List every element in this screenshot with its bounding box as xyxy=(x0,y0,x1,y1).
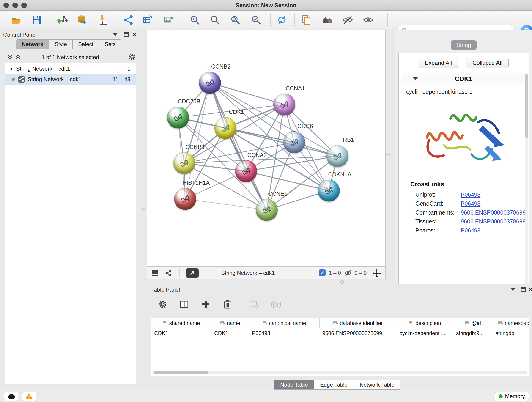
zoom-out-icon[interactable] xyxy=(209,13,221,26)
network-node-ccne1[interactable] xyxy=(256,199,278,221)
float-panel-icon[interactable] xyxy=(123,32,129,38)
save-session-icon[interactable] xyxy=(30,13,43,26)
results-scrollbar[interactable] xyxy=(525,74,528,300)
tab-network[interactable]: Network xyxy=(16,39,49,49)
network-node-cdkn1a[interactable] xyxy=(318,180,340,202)
selected-checkbox-icon[interactable] xyxy=(319,269,326,276)
table-header-row: shared namenamecanonical namedatabase id… xyxy=(152,318,529,328)
table-body: CDK1CDK1P064939606.ENSP00000378699cyclin… xyxy=(152,328,529,338)
table-cell[interactable]: cyclin-dependent ... xyxy=(397,328,453,338)
network-node-cdc6[interactable] xyxy=(283,131,305,153)
right-splitter-handle[interactable] xyxy=(386,153,390,156)
table-cell[interactable]: stringdb xyxy=(493,328,529,338)
warning-status-button[interactable] xyxy=(22,392,36,401)
import-network-file-icon[interactable] xyxy=(56,13,69,26)
hide-eye-icon[interactable] xyxy=(341,13,354,26)
crosslink-pharos-link[interactable]: P06493 xyxy=(461,227,481,234)
network-node-rb1[interactable] xyxy=(326,145,348,167)
tab-select[interactable]: Select xyxy=(73,39,99,49)
column-header--id[interactable]: @id xyxy=(453,318,493,328)
table-settings-gear-icon[interactable] xyxy=(156,298,169,311)
expand-all-button[interactable]: Expand All xyxy=(418,57,458,68)
network-collection-row[interactable]: ▼ String Network – cdk1 1 xyxy=(5,64,136,74)
left-splitter-handle[interactable] xyxy=(142,208,145,211)
protein-thumbnail-icon xyxy=(217,121,234,135)
refresh-icon[interactable] xyxy=(275,13,288,26)
pan-crosshair-icon[interactable] xyxy=(372,269,381,278)
collapse-all-button[interactable]: Collapse All xyxy=(466,57,509,68)
column-header-name[interactable]: name xyxy=(211,318,249,328)
collapse-table-icon[interactable] xyxy=(510,287,516,293)
close-panel-icon[interactable] xyxy=(132,32,138,38)
share-network-icon[interactable] xyxy=(122,13,135,26)
table-cell[interactable]: 9606.ENSP00000378699 xyxy=(320,328,397,338)
home-icon[interactable] xyxy=(321,13,334,26)
table-cell[interactable]: CDK1 xyxy=(152,328,211,338)
show-columns-icon[interactable] xyxy=(178,298,191,311)
float-table-icon[interactable] xyxy=(520,287,526,293)
add-column-icon[interactable] xyxy=(199,298,212,311)
import-table-icon[interactable] xyxy=(97,13,110,26)
network-list-icon[interactable] xyxy=(165,269,172,277)
show-eye-icon[interactable] xyxy=(362,13,375,26)
collapse-panel-icon[interactable] xyxy=(112,32,118,38)
cloud-status-button[interactable] xyxy=(4,392,18,401)
network-node-ccnb1[interactable] xyxy=(173,152,195,174)
network-node-ccna1[interactable] xyxy=(273,94,295,115)
column-sort-icon xyxy=(498,321,503,325)
crosslink-compartments-link[interactable]: 9606.ENSP00000378699 xyxy=(461,209,526,216)
tab-string[interactable]: String xyxy=(451,40,476,50)
network-canvas[interactable]: CCNB2CCNA1CDC25BCDK1CDC6RB1CCNB1CCNA2CDK… xyxy=(147,30,386,267)
selected-counts: 1 – 0 xyxy=(329,270,341,276)
copy-document-icon[interactable] xyxy=(300,13,313,26)
import-network-database-icon[interactable] xyxy=(76,13,89,26)
status-bar: Memory xyxy=(0,390,532,402)
table-cell[interactable]: P06493 xyxy=(249,328,320,338)
export-image-icon[interactable] xyxy=(162,13,175,26)
tab-network-table[interactable]: Network Table xyxy=(354,380,401,390)
network-node-ccna2[interactable] xyxy=(235,160,257,182)
cdk1-section-header[interactable]: CDK1 xyxy=(401,73,526,85)
column-header-namespace[interactable]: namespace xyxy=(493,318,529,328)
protein-thumbnail-icon xyxy=(170,110,186,125)
table-row[interactable]: CDK1CDK1P064939606.ENSP00000378699cyclin… xyxy=(152,328,529,338)
table-horizontal-scrollbar[interactable] xyxy=(153,370,527,374)
column-header-canonical-name[interactable]: canonical name xyxy=(249,318,320,328)
section-collapse-icon[interactable] xyxy=(413,77,418,80)
gear-icon[interactable] xyxy=(128,53,136,61)
table-cell[interactable]: stringdb:9... xyxy=(453,328,493,338)
network-table-icon[interactable] xyxy=(142,13,154,26)
grid-view-icon[interactable] xyxy=(152,269,159,277)
zoom-in-icon[interactable] xyxy=(188,13,201,26)
network-row[interactable]: String Network – cdk1 11 48 xyxy=(5,74,136,85)
bottom-splitter-handle[interactable] xyxy=(340,280,344,283)
network-node-label: CCNB1 xyxy=(186,144,205,150)
birdseye-button[interactable] xyxy=(186,268,199,278)
tree-expand-icon[interactable]: ▼ xyxy=(5,66,16,71)
crosslink-genecard-link[interactable]: P06493 xyxy=(461,200,481,207)
zoom-selected-icon[interactable] xyxy=(250,13,263,26)
control-panel: Control Panel Network Style Select Sets … xyxy=(0,29,141,387)
tab-sets[interactable]: Sets xyxy=(99,39,121,49)
column-header-database-identifier[interactable]: database identifier xyxy=(320,318,397,328)
crosslink-uniprot-link[interactable]: P06493 xyxy=(461,191,481,198)
network-node-label: CDC6 xyxy=(298,123,313,129)
column-header-description[interactable]: description xyxy=(397,318,453,328)
crosslink-tissues-link[interactable]: 9606.ENSP00000378699 xyxy=(461,218,526,225)
hidden-eye-icon[interactable] xyxy=(344,269,352,276)
network-node-cdc25b[interactable] xyxy=(167,107,189,128)
tab-node-table[interactable]: Node Table xyxy=(274,380,314,390)
close-table-icon[interactable] xyxy=(528,287,532,293)
open-session-icon[interactable] xyxy=(10,13,22,26)
table-cell[interactable]: CDK1 xyxy=(211,328,249,338)
delete-column-trash-icon[interactable] xyxy=(221,298,234,311)
tab-edge-table[interactable]: Edge Table xyxy=(314,380,354,390)
network-node-hist1h1a[interactable] xyxy=(174,188,196,210)
zoom-fit-icon[interactable] xyxy=(229,13,242,26)
memory-button[interactable]: Memory xyxy=(495,392,529,401)
column-header-shared-name[interactable]: shared name xyxy=(152,318,211,328)
network-node-cdk1[interactable] xyxy=(215,117,236,139)
tab-style[interactable]: Style xyxy=(49,39,73,49)
crosslink-label: Uniprot: xyxy=(415,191,461,198)
network-node-ccnb2[interactable] xyxy=(199,72,221,94)
